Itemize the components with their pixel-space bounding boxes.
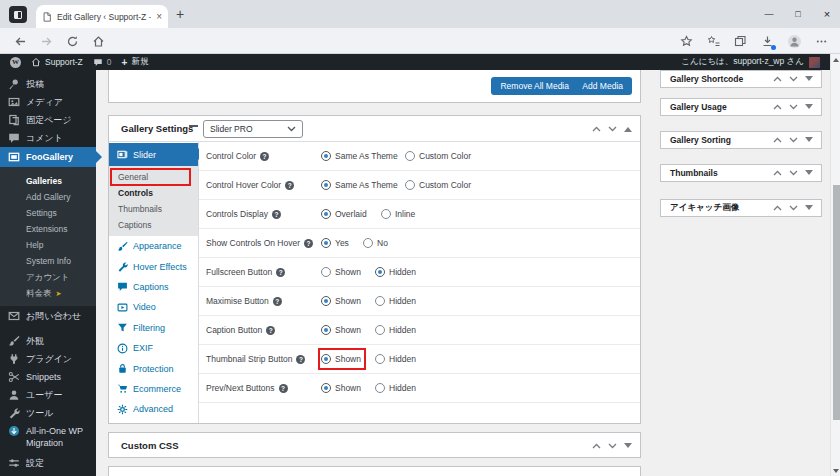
help-icon[interactable]: ? <box>296 355 305 364</box>
collapse-toggle-icon[interactable] <box>805 104 813 113</box>
radio-unselected[interactable] <box>375 296 385 306</box>
radio-unselected[interactable] <box>375 383 385 393</box>
home-icon[interactable] <box>92 35 105 48</box>
move-up-icon[interactable] <box>773 76 782 82</box>
sidebar-item-media[interactable]: メディア <box>0 93 96 111</box>
radio-option[interactable]: Shown <box>321 258 361 286</box>
downloads-icon[interactable] <box>761 35 774 48</box>
move-up-icon[interactable] <box>592 443 601 449</box>
refresh-icon[interactable] <box>66 35 79 48</box>
window-maximize-button[interactable]: □ <box>793 9 803 19</box>
move-up-icon[interactable] <box>773 104 782 110</box>
radio-unselected[interactable] <box>375 354 385 364</box>
tab-appearance[interactable]: Appearance <box>109 236 198 256</box>
comments-link[interactable]: 0 <box>93 57 112 67</box>
collapse-toggle-icon[interactable] <box>805 137 813 146</box>
submenu-item-galleries[interactable]: Galleries <box>0 173 96 189</box>
window-minimize-button[interactable]: — <box>764 9 774 19</box>
tab-slider[interactable]: Slider <box>109 143 198 166</box>
collapse-toggle-icon[interactable] <box>624 123 632 132</box>
help-icon[interactable]: ? <box>272 210 281 219</box>
tab-exif[interactable]: EXIF <box>109 338 198 358</box>
sidebar-item-tools[interactable]: ツール <box>0 404 96 422</box>
move-down-icon[interactable] <box>608 443 617 449</box>
submenu-item-extensions[interactable]: Extensions <box>0 221 96 237</box>
subtab-general[interactable]: General <box>109 169 198 185</box>
metabox-3[interactable]: Thumbnails <box>660 164 822 182</box>
add-media-button[interactable]: Add Media <box>573 77 632 95</box>
move-down-icon[interactable] <box>789 205 798 211</box>
move-up-icon[interactable] <box>773 137 782 143</box>
radio-unselected[interactable] <box>363 238 373 248</box>
greeting-text[interactable]: こんにちは、support-z_wp さん <box>681 56 804 68</box>
radio-selected[interactable] <box>321 238 331 248</box>
profile-avatar-icon[interactable] <box>788 35 801 48</box>
radio-selected[interactable] <box>321 151 331 161</box>
help-icon[interactable]: ? <box>260 152 269 161</box>
sidebar-item-migration[interactable]: All-in-One WP Migration <box>0 422 96 454</box>
help-icon[interactable]: ? <box>276 268 285 277</box>
tab-close-icon[interactable]: × <box>156 12 162 22</box>
tab-advanced[interactable]: Advanced <box>109 399 198 419</box>
help-icon[interactable]: ? <box>285 181 294 190</box>
radio-option[interactable]: Hidden <box>375 258 416 286</box>
wp-logo-menu[interactable]: W <box>10 57 21 68</box>
radio-option[interactable]: Hidden <box>375 345 416 373</box>
tab-actions-menu-icon[interactable] <box>9 6 27 23</box>
remove-all-media-button[interactable]: Remove All Media <box>491 77 578 95</box>
radio-selected[interactable] <box>321 325 331 335</box>
submenu-item-settings[interactable]: Settings <box>0 205 96 221</box>
scrollbar-thumb[interactable] <box>833 185 840 420</box>
radio-option[interactable]: No <box>363 229 388 257</box>
collapse-toggle-icon[interactable] <box>805 205 813 214</box>
radio-option[interactable]: Yes <box>321 229 349 257</box>
submenu-item-pricing[interactable]: 料金表➤ <box>0 285 96 301</box>
submenu-item-add-gallery[interactable]: Add Gallery <box>0 189 96 205</box>
tab-captions[interactable]: Captions <box>109 277 198 297</box>
new-tab-button[interactable]: + <box>176 7 184 21</box>
collapse-toggle-icon[interactable] <box>805 170 813 179</box>
help-icon[interactable]: ? <box>279 384 288 393</box>
sidebar-item-snippets[interactable]: Snippets <box>0 368 96 386</box>
radio-unselected[interactable] <box>375 325 385 335</box>
sidebar-item-pages[interactable]: 固定ページ <box>0 111 96 129</box>
metabox-0[interactable]: Gallery Shortcode <box>660 70 822 88</box>
radio-unselected[interactable] <box>405 151 415 161</box>
move-up-icon[interactable] <box>592 126 601 132</box>
sidebar-item-posts[interactable]: 投稿 <box>0 75 96 93</box>
more-menu-icon[interactable] <box>815 35 828 48</box>
radio-option[interactable]: Shown <box>321 374 361 402</box>
metabox-2[interactable]: Gallery Sorting <box>660 131 822 149</box>
gallery-settings-header[interactable]: Gallery Settings Slider PRO <box>109 116 640 141</box>
metabox-4[interactable]: アイキャッチ画像 <box>660 199 822 217</box>
move-up-icon[interactable] <box>773 170 782 176</box>
subtab-captions[interactable]: Captions <box>109 217 198 233</box>
sidebar-item-comments[interactable]: コメント <box>0 129 96 147</box>
help-icon[interactable]: ? <box>266 326 275 335</box>
move-down-icon[interactable] <box>789 137 798 143</box>
collapse-toggle-icon[interactable] <box>805 76 813 85</box>
site-name-link[interactable]: Support-Z <box>31 57 83 67</box>
custom-css-header[interactable]: Custom CSS <box>109 433 640 458</box>
radio-option[interactable]: Hidden <box>375 374 416 402</box>
radio-selected[interactable] <box>321 209 331 219</box>
subtab-thumbnails[interactable]: Thumbnails <box>109 201 198 217</box>
radio-option[interactable]: Hidden <box>375 287 416 315</box>
tab-ecommerce[interactable]: Ecommerce <box>109 379 198 399</box>
radio-option[interactable]: Custom Color <box>405 171 471 199</box>
radio-option[interactable]: Custom Color <box>405 142 471 170</box>
submenu-item-system-info[interactable]: System Info <box>0 253 96 269</box>
collections-icon[interactable] <box>734 35 747 48</box>
radio-option[interactable]: Shown <box>321 316 361 344</box>
move-down-icon[interactable] <box>789 170 798 176</box>
page-scrollbar[interactable] <box>830 54 840 476</box>
favorites-list-icon[interactable] <box>707 35 720 48</box>
radio-selected[interactable] <box>321 383 331 393</box>
forward-icon[interactable] <box>40 35 53 48</box>
window-close-button[interactable]: × <box>822 8 832 20</box>
new-content-link[interactable]: + 新規 <box>122 56 149 68</box>
scroll-down-icon[interactable] <box>831 466 840 476</box>
add-favorite-star-icon[interactable] <box>680 35 693 48</box>
sidebar-item-foogallery[interactable]: FooGallery <box>0 147 96 167</box>
radio-unselected[interactable] <box>381 209 391 219</box>
